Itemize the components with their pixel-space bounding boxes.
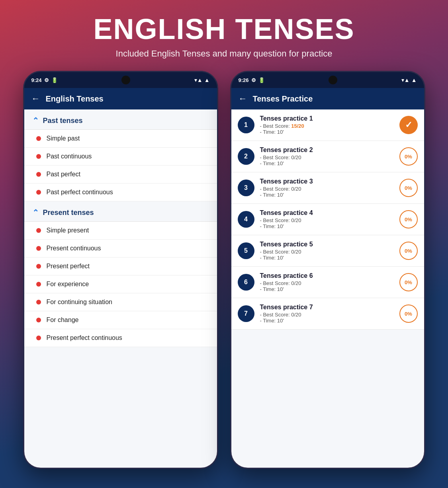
battery-icon: 🔋 xyxy=(258,77,265,83)
score-badge: 0% xyxy=(399,273,418,291)
tense-item[interactable]: Present perfect continuous xyxy=(24,329,217,347)
right-phone-content: 1 Tenses practice 1 - Best Score: 15/20 … xyxy=(231,109,424,468)
practice-score: - Best Score: 15/20 xyxy=(260,123,394,129)
wifi-icon: ▾▲ xyxy=(401,77,410,83)
signal-icon: ▲ xyxy=(204,77,210,83)
main-subtitle: Included English Tenses and many questio… xyxy=(93,49,354,59)
practice-score: - Best Score: 0/20 xyxy=(260,249,394,255)
practice-item[interactable]: 5 Tenses practice 5 - Best Score: 0/20 -… xyxy=(231,235,424,267)
tense-label: For experience xyxy=(47,281,89,288)
phones-container: 9:24 ⚙ 🔋 ▾▲ ▲ ← English Tenses ⌃Past ten… xyxy=(7,71,441,469)
section-header-1[interactable]: ⌃Present tenses xyxy=(24,201,217,222)
score-value: 0/20 xyxy=(291,217,301,223)
practice-info: Tenses practice 5 - Best Score: 0/20 - T… xyxy=(260,241,394,261)
practice-number: 1 xyxy=(238,117,254,133)
practice-title: Tenses practice 6 xyxy=(260,272,394,279)
practice-info: Tenses practice 1 - Best Score: 15/20 - … xyxy=(260,115,394,135)
score-value: 0/20 xyxy=(291,280,301,286)
practice-item[interactable]: 1 Tenses practice 1 - Best Score: 15/20 … xyxy=(231,109,424,141)
practice-score: - Best Score: 0/20 xyxy=(260,186,394,192)
camera-notch xyxy=(121,76,130,84)
practice-title: Tenses practice 5 xyxy=(260,241,394,248)
red-dot-icon xyxy=(36,228,41,233)
practice-title: Tenses practice 3 xyxy=(260,178,394,185)
practice-time: - Time: 10' xyxy=(260,255,394,261)
practice-title: Tenses practice 7 xyxy=(260,304,394,311)
practice-time: - Time: 10' xyxy=(260,160,394,166)
score-value: 0/20 xyxy=(291,312,301,318)
tense-label: Simple past xyxy=(47,135,80,142)
section-title: Present tenses xyxy=(43,209,94,217)
wifi-icon: ▾▲ xyxy=(194,77,203,83)
tense-item[interactable]: For change xyxy=(24,311,217,329)
battery-icon: 🔋 xyxy=(51,77,58,83)
score-badge: 0% xyxy=(399,147,418,166)
practice-title: Tenses practice 4 xyxy=(260,209,394,217)
tense-item[interactable]: Past perfect continuous xyxy=(24,183,217,201)
tense-label: For change xyxy=(47,316,79,324)
right-phone: 9:26 ⚙ 🔋 ▾▲ ▲ ← Tenses Practice 1 Tenses… xyxy=(230,71,425,469)
red-dot-icon xyxy=(36,282,41,287)
practice-title: Tenses practice 2 xyxy=(260,146,394,154)
practice-title: Tenses practice 1 xyxy=(260,115,394,122)
red-dot-icon xyxy=(36,154,41,159)
practice-score: - Best Score: 0/20 xyxy=(260,154,394,160)
practice-number: 5 xyxy=(238,242,254,259)
practice-number: 3 xyxy=(238,180,254,196)
main-title: ENGLISH TENSES xyxy=(93,13,354,45)
score-value: 0/20 xyxy=(291,154,301,160)
tense-item[interactable]: For continuing situation xyxy=(24,293,217,311)
red-dot-icon xyxy=(36,190,41,195)
chevron-up-icon: ⌃ xyxy=(32,116,39,125)
left-appbar: ← English Tenses xyxy=(24,88,217,109)
tense-item[interactable]: For experience xyxy=(24,275,217,293)
tense-item[interactable]: Present continuous xyxy=(24,240,217,258)
right-app-title: Tenses Practice xyxy=(253,94,313,103)
practice-item[interactable]: 6 Tenses practice 6 - Best Score: 0/20 -… xyxy=(231,267,424,298)
practice-item[interactable]: 2 Tenses practice 2 - Best Score: 0/20 -… xyxy=(231,141,424,172)
tense-label: Simple present xyxy=(47,227,89,234)
practice-score: - Best Score: 0/20 xyxy=(260,312,394,318)
left-status-time: 9:24 ⚙ 🔋 xyxy=(31,77,58,83)
practice-score: - Best Score: 0/20 xyxy=(260,217,394,223)
tense-label: Present perfect xyxy=(47,263,90,270)
practice-item[interactable]: 3 Tenses practice 3 - Best Score: 0/20 -… xyxy=(231,172,424,204)
tense-item[interactable]: Past continuous xyxy=(24,148,217,166)
tense-item[interactable]: Simple past xyxy=(24,130,217,148)
tense-item[interactable]: Past perfect xyxy=(24,166,217,183)
score-value: 0/20 xyxy=(291,249,301,255)
back-button[interactable]: ← xyxy=(31,94,40,104)
red-dot-icon xyxy=(36,246,41,251)
right-status-bar: 9:26 ⚙ 🔋 ▾▲ ▲ xyxy=(231,72,424,88)
right-appbar: ← Tenses Practice xyxy=(231,88,424,109)
score-badge: 0% xyxy=(399,210,418,228)
red-dot-icon xyxy=(36,172,41,177)
chevron-up-icon: ⌃ xyxy=(32,208,39,217)
practice-time: - Time: 10' xyxy=(260,129,394,135)
practice-info: Tenses practice 7 - Best Score: 0/20 - T… xyxy=(260,304,394,324)
red-dot-icon xyxy=(36,336,41,340)
score-badge: 0% xyxy=(399,305,418,323)
practice-number: 4 xyxy=(238,211,254,228)
section-title: Past tenses xyxy=(43,117,83,125)
practice-info: Tenses practice 2 - Best Score: 0/20 - T… xyxy=(260,146,394,166)
tense-item[interactable]: Simple present xyxy=(24,222,217,240)
tense-label: Past perfect continuous xyxy=(47,189,113,196)
practice-item[interactable]: 7 Tenses practice 7 - Best Score: 0/20 -… xyxy=(231,298,424,330)
left-app-title: English Tenses xyxy=(46,94,104,103)
red-dot-icon xyxy=(36,136,41,141)
back-button[interactable]: ← xyxy=(239,94,247,104)
camera-notch xyxy=(329,76,337,84)
signal-icon: ▲ xyxy=(411,77,417,83)
settings-icon: ⚙ xyxy=(251,77,256,83)
tenses-list: ⌃Past tensesSimple pastPast continuousPa… xyxy=(24,109,217,347)
tense-item[interactable]: Present perfect xyxy=(24,258,217,275)
practice-info: Tenses practice 3 - Best Score: 0/20 - T… xyxy=(260,178,394,198)
score-value: 0/20 xyxy=(291,186,301,192)
practice-item[interactable]: 4 Tenses practice 4 - Best Score: 0/20 -… xyxy=(231,204,424,235)
practice-time: - Time: 10' xyxy=(260,286,394,292)
tense-label: Present perfect continuous xyxy=(47,334,122,342)
section-header-0[interactable]: ⌃Past tenses xyxy=(24,109,217,130)
practice-score: - Best Score: 0/20 xyxy=(260,280,394,286)
practice-time: - Time: 10' xyxy=(260,192,394,198)
